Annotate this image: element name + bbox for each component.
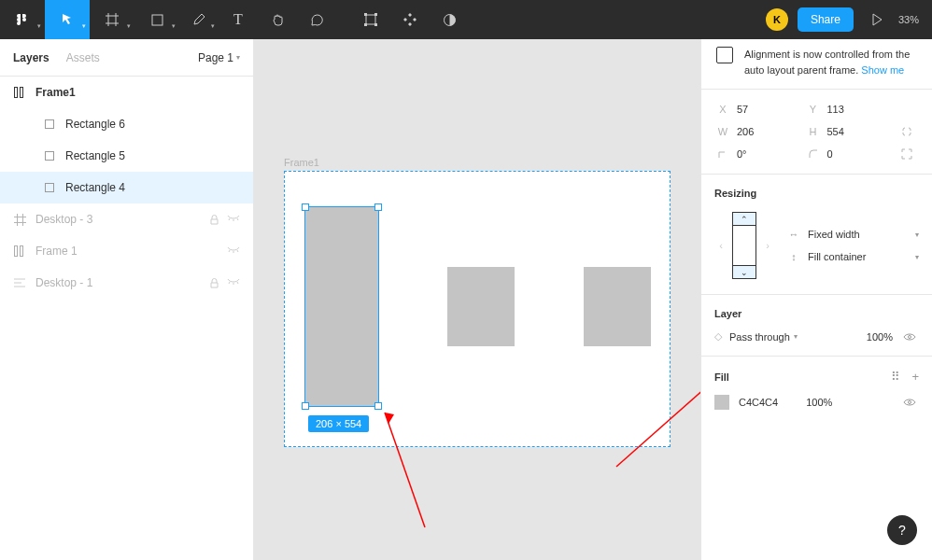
frame-tool-button[interactable]: ▾ xyxy=(90,0,134,39)
zoom-level[interactable]: 33% xyxy=(893,14,932,25)
x-label: X xyxy=(714,104,731,115)
constrain-proportions-button[interactable] xyxy=(895,126,919,137)
lock-icon[interactable] xyxy=(209,215,219,225)
layer-row-rectangle-5[interactable]: Rectangle 5 xyxy=(0,140,253,172)
layer-row-desktop-1[interactable]: Desktop - 1 xyxy=(0,267,253,299)
chevron-down-icon: ▾ xyxy=(37,22,41,30)
style-picker-button[interactable]: ⠿ xyxy=(891,370,902,384)
hand-icon xyxy=(271,13,285,27)
radius-icon xyxy=(805,149,822,159)
fill-hex-input[interactable]: C4C4C4 xyxy=(739,397,778,408)
h-input[interactable]: 554 xyxy=(826,123,892,140)
layer-label: Desktop - 1 xyxy=(35,276,92,289)
lock-icon[interactable] xyxy=(209,278,219,288)
component-button[interactable] xyxy=(390,0,430,39)
layer-label: Frame 1 xyxy=(35,245,78,258)
resize-top-handle[interactable]: ⌃ xyxy=(733,213,755,226)
shape-tool-button[interactable]: ▾ xyxy=(134,0,179,39)
main-menu-button[interactable]: ▾ xyxy=(0,0,45,39)
svg-rect-9 xyxy=(364,23,367,26)
rotation-input[interactable]: 0° xyxy=(735,146,801,162)
resize-handle[interactable] xyxy=(302,402,309,410)
resize-bottom-handle[interactable]: ⌄ xyxy=(733,265,755,278)
hidden-icon[interactable] xyxy=(227,278,240,287)
frame-label[interactable]: Frame1 xyxy=(284,157,319,168)
independent-corners-button[interactable] xyxy=(895,148,919,160)
fill-title: Fill xyxy=(714,371,729,383)
fill-section: Fill ⠿ + C4C4C4 100% xyxy=(701,357,932,423)
layer-section: Layer ◇ Pass through ▾ 100% xyxy=(701,295,932,357)
resize-handle[interactable] xyxy=(374,402,382,410)
fixed-width-option[interactable]: ↔ Fixed width ▾ xyxy=(787,229,919,240)
resize-left-handle[interactable]: ‹ xyxy=(714,210,727,281)
play-icon xyxy=(871,13,883,26)
layer-row-rectangle-4[interactable]: Rectangle 4 xyxy=(0,172,253,203)
svg-rect-7 xyxy=(364,13,367,16)
blend-mode-select[interactable]: Pass through ▾ xyxy=(729,331,844,343)
layer-label: Frame1 xyxy=(35,86,76,99)
share-button[interactable]: Share xyxy=(798,7,854,32)
resize-handle[interactable] xyxy=(374,203,382,211)
canvas-rectangle-6[interactable] xyxy=(584,267,651,346)
canvas-frame[interactable] xyxy=(284,171,671,447)
y-input[interactable]: 113 xyxy=(826,101,892,118)
comment-tool-button[interactable] xyxy=(297,0,336,39)
layer-row-frame1[interactable]: Frame1 xyxy=(0,77,253,108)
w-label: W xyxy=(714,126,731,137)
blend-mode-label: Pass through xyxy=(729,331,790,343)
edit-object-button[interactable] xyxy=(351,0,390,39)
rotation-icon xyxy=(714,149,731,159)
eye-icon xyxy=(903,332,916,342)
x-input[interactable]: 57 xyxy=(735,101,801,118)
chevron-down-icon: ▾ xyxy=(794,332,798,341)
chevron-down-icon: ▾ xyxy=(127,22,131,30)
hidden-icon[interactable] xyxy=(227,246,240,256)
chevron-down-icon: ▾ xyxy=(211,22,215,30)
help-button[interactable]: ? xyxy=(887,515,917,545)
edit-object-icon xyxy=(364,13,377,26)
fill-opacity-input[interactable]: 100% xyxy=(806,397,832,408)
resizing-title: Resizing xyxy=(714,188,919,199)
layer-opacity-input[interactable]: 100% xyxy=(852,331,893,343)
resize-right-handle[interactable]: › xyxy=(761,210,774,281)
page-selector[interactable]: Page 1 ▾ xyxy=(198,51,240,64)
canvas-rectangle-5[interactable] xyxy=(447,267,515,346)
comment-icon xyxy=(310,13,324,27)
rectangle-icon xyxy=(43,151,56,161)
radius-input[interactable]: 0 xyxy=(826,146,892,162)
layer-row-frame-1[interactable]: Frame 1 xyxy=(0,235,253,267)
properties-position: X 57 Y 113 W 206 H 554 0° 0 xyxy=(701,90,932,175)
layer-label: Rectangle 5 xyxy=(65,149,125,162)
text-tool-button[interactable]: T xyxy=(219,0,258,39)
fill-visibility-toggle[interactable] xyxy=(900,398,919,407)
user-avatar[interactable]: K xyxy=(766,8,788,31)
svg-rect-5 xyxy=(152,15,162,25)
w-input[interactable]: 206 xyxy=(735,123,801,140)
chevron-down-icon: ▾ xyxy=(236,53,240,62)
add-fill-button[interactable]: + xyxy=(911,370,919,384)
layer-row-desktop-3[interactable]: Desktop - 3 xyxy=(0,203,253,235)
left-tabs: Layers Assets Page 1 ▾ xyxy=(0,39,253,77)
svg-point-20 xyxy=(909,401,911,404)
resize-handle[interactable] xyxy=(302,203,309,211)
selection-dimensions-badge: 206 × 554 xyxy=(308,415,369,432)
tab-layers[interactable]: Layers xyxy=(13,51,49,64)
fill-container-option[interactable]: ↕ Fill container ▾ xyxy=(787,251,919,262)
layer-row-rectangle-6[interactable]: Rectangle 6 xyxy=(0,108,253,140)
tab-assets[interactable]: Assets xyxy=(66,51,100,64)
pen-tool-button[interactable]: ▾ xyxy=(179,0,219,39)
eye-icon xyxy=(903,398,916,407)
text-icon: T xyxy=(233,11,243,28)
show-me-link[interactable]: Show me xyxy=(861,64,904,76)
move-tool-button[interactable]: ▾ xyxy=(45,0,90,39)
auto-layout-icon xyxy=(13,245,26,257)
hidden-icon[interactable] xyxy=(227,215,240,224)
canvas-rectangle-4[interactable] xyxy=(305,207,378,406)
mask-button[interactable] xyxy=(430,0,469,39)
fill-swatch[interactable] xyxy=(714,395,729,410)
visibility-toggle[interactable] xyxy=(900,332,919,342)
resize-widget[interactable]: ‹ ⌃ ⌄ › xyxy=(714,210,774,281)
left-panel: Layers Assets Page 1 ▾ Frame1 Rectangle … xyxy=(0,39,254,560)
hand-tool-button[interactable] xyxy=(258,0,297,39)
present-button[interactable] xyxy=(861,0,893,39)
